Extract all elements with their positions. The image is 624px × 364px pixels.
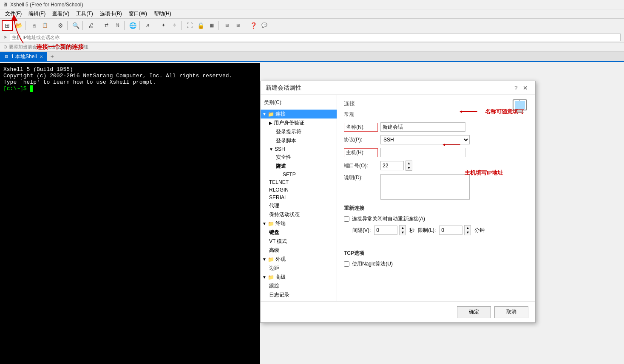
separator1 bbox=[26, 21, 27, 30]
new-session-button[interactable]: ⊞ bbox=[2, 20, 13, 31]
expand-icon5: ▼ bbox=[262, 257, 267, 262]
menu-bar: 文件(F) 编辑(E) 查看(V) 工具(T) 选项卡(B) 窗口(W) 帮助(… bbox=[0, 9, 624, 19]
name-input[interactable] bbox=[380, 122, 465, 132]
tree-item-rlogin[interactable]: RLOGIN bbox=[261, 186, 337, 194]
category-label: 类别(C): bbox=[261, 97, 337, 108]
tree-item-telnet[interactable]: TELNET bbox=[261, 178, 337, 186]
tree-item-advanced1[interactable]: 高级 bbox=[261, 246, 337, 255]
tree-item-login-prompt[interactable]: 登录提示符 bbox=[261, 127, 337, 136]
menu-tools[interactable]: 工具(T) bbox=[73, 9, 96, 18]
tree-item-connection[interactable]: ▼ 📁 连接 bbox=[261, 110, 337, 119]
protocol-label: 协议(P): bbox=[344, 136, 378, 144]
separator6 bbox=[124, 21, 126, 30]
help-button[interactable]: ❓ bbox=[248, 20, 258, 31]
globe-button[interactable]: 🌐 bbox=[128, 20, 138, 31]
interval-input[interactable] bbox=[374, 226, 397, 235]
separator11 bbox=[245, 21, 247, 30]
menu-window[interactable]: 窗口(W) bbox=[125, 9, 150, 18]
port-input[interactable] bbox=[380, 161, 404, 170]
tree-item-security[interactable]: 安全性 bbox=[261, 153, 337, 162]
tree-item-advanced1-label: 高级 bbox=[269, 247, 279, 254]
hint-bar: ⊙ 要添加当前会话，点击左侧的箭头按钮 bbox=[0, 42, 624, 52]
transfer-button[interactable]: ⇄ bbox=[101, 20, 111, 31]
tree-item-keyboard[interactable]: 键盘 bbox=[261, 228, 337, 237]
tree-item-login-script[interactable]: 登录脚本 bbox=[261, 136, 337, 145]
new-session-icon: ⊞ bbox=[5, 22, 10, 29]
tree-item-vt[interactable]: VT 模式 bbox=[261, 237, 337, 246]
fullscreen-button[interactable]: ⛶ bbox=[184, 20, 195, 31]
address-input[interactable] bbox=[10, 34, 621, 41]
auto-reconnect-checkbox[interactable] bbox=[344, 216, 349, 222]
tree-item-appearance[interactable]: ▼ 📁 外观 bbox=[261, 255, 337, 264]
folder-icon5: 📁 bbox=[268, 301, 274, 302]
key-button[interactable]: ▦ bbox=[207, 20, 217, 31]
tab-local-shell[interactable]: 🖥 1 本地Shell ✕ bbox=[0, 52, 47, 61]
tree-item-proxy-label: 代理 bbox=[269, 202, 279, 209]
transfer-icon: ⇄ bbox=[105, 23, 108, 28]
tree-item-terminal[interactable]: ▼ 📁 终端 bbox=[261, 219, 337, 228]
open-button[interactable]: 📂 bbox=[14, 20, 24, 31]
paste-button[interactable]: 📋 bbox=[40, 20, 50, 31]
interval-decrement-button[interactable]: ▼ bbox=[400, 230, 406, 235]
port-increment-button[interactable]: ▲ bbox=[406, 161, 412, 166]
fullscreen-icon: ⛶ bbox=[187, 22, 193, 29]
menu-edit[interactable]: 编辑(E) bbox=[25, 9, 49, 18]
interval-unit: 秒 bbox=[409, 227, 414, 234]
tree-item-filetransfer[interactable]: ▼ 📁 文件传输 bbox=[261, 299, 337, 301]
plugin1-button[interactable]: ✦ bbox=[158, 20, 168, 31]
name-label: 名称(N): bbox=[344, 123, 378, 132]
auto-reconnect-label: 连接异常关闭时自动重新连接(A) bbox=[352, 215, 425, 223]
expand-icon6: ▼ bbox=[262, 275, 267, 279]
limit-increment-button[interactable]: ▲ bbox=[465, 226, 471, 230]
copy-button[interactable]: ⎘ bbox=[29, 20, 39, 31]
tree-item-security-label: 安全性 bbox=[276, 154, 291, 161]
tcp-section-header: TCP选项 bbox=[344, 250, 528, 257]
terminal-btn2[interactable]: ⊞ bbox=[233, 20, 243, 31]
tab-label: 1 本地Shell bbox=[11, 53, 37, 60]
cancel-button[interactable]: 取消 bbox=[494, 306, 528, 318]
folder-icon: 📁 bbox=[268, 111, 274, 117]
section-header: 连接 bbox=[344, 100, 528, 107]
dialog-close-button[interactable]: ✕ bbox=[521, 83, 530, 93]
tree-item-advanced2[interactable]: ▼ 📁 高级 bbox=[261, 273, 337, 282]
reconnect-interval-row: 间隔(V): ▲ ▼ 秒 限制(L): ▲ ▼ 分钟 bbox=[352, 225, 528, 235]
terminal-prompt[interactable]: [c:\~]$ bbox=[3, 85, 257, 92]
menu-view[interactable]: 查看(V) bbox=[49, 9, 73, 18]
interval-increment-button[interactable]: ▲ bbox=[400, 226, 406, 230]
tree-item-logging[interactable]: 日志记录 bbox=[261, 291, 337, 299]
session-manager-button[interactable]: ⚙ bbox=[55, 20, 65, 31]
tree-item-keepalive[interactable]: 保持活动状态 bbox=[261, 210, 337, 219]
tree-item-auth[interactable]: ▶ 用户身份验证 bbox=[261, 119, 337, 127]
tree-item-margin[interactable]: 边距 bbox=[261, 264, 337, 273]
tree-item-ssh-label: SSH bbox=[275, 146, 285, 152]
port-decrement-button[interactable]: ▼ bbox=[406, 166, 412, 170]
lock-button[interactable]: 🔒 bbox=[196, 20, 206, 31]
interval-label: 间隔(V): bbox=[352, 227, 371, 234]
menu-help[interactable]: 帮助(H) bbox=[150, 9, 175, 18]
tree-item-serial[interactable]: SERIAL bbox=[261, 194, 337, 201]
tab-add-button[interactable]: + bbox=[47, 52, 57, 61]
expand-icon4: ▼ bbox=[262, 221, 267, 226]
ok-button[interactable]: 确定 bbox=[457, 306, 491, 318]
nagle-row: 使用Nagle算法(U) bbox=[344, 260, 528, 268]
dialog-help-button[interactable]: ? bbox=[511, 83, 521, 93]
nagle-checkbox[interactable] bbox=[344, 261, 349, 267]
plugin2-button[interactable]: ✧ bbox=[169, 20, 179, 31]
limit-input[interactable] bbox=[439, 226, 462, 235]
tree-item-proxy[interactable]: 代理 bbox=[261, 201, 337, 210]
font-button[interactable]: A bbox=[143, 20, 153, 31]
zoom-button[interactable]: 🔍 bbox=[71, 20, 81, 31]
print-button[interactable]: 🖨 bbox=[86, 20, 96, 31]
description-textarea[interactable] bbox=[380, 174, 470, 200]
tree-item-ssh[interactable]: ▼ SSH bbox=[261, 145, 337, 153]
transfer2-button[interactable]: ⇅ bbox=[112, 20, 122, 31]
limit-decrement-button[interactable]: ▼ bbox=[465, 230, 471, 235]
terminal-btn1[interactable]: ⊟ bbox=[222, 20, 232, 31]
tab-close-button[interactable]: ✕ bbox=[40, 54, 43, 59]
tree-item-sftp[interactable]: SFTP bbox=[261, 171, 337, 178]
tree-item-trace[interactable]: 跟踪 bbox=[261, 282, 337, 291]
menu-tabs[interactable]: 选项卡(B) bbox=[96, 9, 125, 18]
tree-item-tunnel[interactable]: 隧道 bbox=[261, 162, 337, 171]
chat-button[interactable]: 💬 bbox=[259, 20, 269, 31]
menu-file[interactable]: 文件(F) bbox=[2, 9, 25, 18]
